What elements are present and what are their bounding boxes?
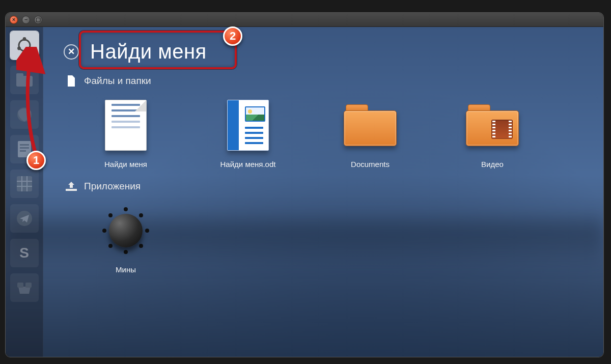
search-row: ✕ xyxy=(64,40,583,63)
window-minimize-button[interactable]: – xyxy=(22,16,30,24)
svg-rect-14 xyxy=(25,283,32,288)
window-close-button[interactable]: × xyxy=(10,16,18,24)
svg-point-2 xyxy=(17,47,21,50)
close-icon: ✕ xyxy=(68,46,75,57)
callout-number: 1 xyxy=(33,154,39,167)
skype-icon: S xyxy=(19,245,29,261)
result-label: Мины xyxy=(116,265,136,274)
section-apps: Приложения Мины xyxy=(64,181,583,274)
file-icon xyxy=(66,75,77,87)
svg-rect-5 xyxy=(16,73,23,77)
annotation-callout-2: 2 xyxy=(223,26,242,46)
section-apps-header[interactable]: Приложения xyxy=(64,181,583,192)
clear-search-button[interactable]: ✕ xyxy=(64,44,79,60)
window-maximize-button[interactable]: ▢ xyxy=(34,16,42,24)
callout-number: 2 xyxy=(230,30,236,43)
files-results: Найди меня Найди меня.odt xyxy=(64,92,583,169)
folder-icon xyxy=(16,73,33,87)
unity-dash-window: × – ▢ xyxy=(5,12,604,357)
svg-rect-8 xyxy=(20,144,29,146)
section-files-title: Файлы и папки xyxy=(84,75,151,87)
software-icon xyxy=(16,281,33,295)
result-label: Видео xyxy=(481,160,504,169)
apps-icon xyxy=(66,182,77,191)
spreadsheet-icon xyxy=(17,176,32,191)
launcher: S xyxy=(6,27,43,357)
content-area: S ✕ Файлы и папки xyxy=(6,27,603,357)
launcher-skype[interactable]: S xyxy=(10,239,39,267)
mines-app-icon xyxy=(99,204,152,257)
firefox-icon xyxy=(16,106,33,123)
odt-file-icon xyxy=(221,99,274,152)
section-files-header[interactable]: Файлы и папки xyxy=(64,75,583,87)
svg-rect-4 xyxy=(16,76,33,87)
result-label: Найди меня.odt xyxy=(220,160,276,169)
svg-rect-10 xyxy=(20,150,26,152)
svg-rect-13 xyxy=(17,283,23,288)
dash-search-input[interactable] xyxy=(88,40,583,63)
launcher-software[interactable] xyxy=(10,273,39,302)
text-file-icon xyxy=(99,99,152,152)
ubuntu-dash-icon xyxy=(16,37,33,54)
annotation-callout-1: 1 xyxy=(26,151,46,170)
telegram-icon xyxy=(16,210,33,227)
section-files: Файлы и папки Найди меня xyxy=(64,75,583,169)
section-apps-title: Приложения xyxy=(84,181,141,192)
titlebar: × – ▢ xyxy=(6,13,603,27)
launcher-telegram[interactable] xyxy=(10,204,39,233)
apps-results: Мины xyxy=(64,197,583,274)
svg-rect-11 xyxy=(17,176,32,191)
svg-rect-9 xyxy=(20,147,29,149)
dash: ✕ Файлы и папки Найди м xyxy=(43,27,603,357)
result-item[interactable]: Найди меня xyxy=(85,99,166,169)
result-item[interactable]: Documents xyxy=(329,99,411,169)
result-label: Documents xyxy=(351,160,390,169)
folder-icon xyxy=(344,99,397,152)
svg-point-1 xyxy=(22,37,26,41)
svg-rect-15 xyxy=(66,189,77,191)
launcher-files[interactable] xyxy=(10,66,39,94)
svg-point-3 xyxy=(28,47,32,50)
result-item[interactable]: Видео xyxy=(452,99,533,169)
launcher-firefox[interactable] xyxy=(10,100,39,129)
result-item[interactable]: Найди меня.odt xyxy=(207,99,289,169)
launcher-spreadsheet[interactable] xyxy=(10,170,39,198)
result-label: Найди меня xyxy=(104,160,147,169)
launcher-dash-home[interactable] xyxy=(10,31,39,60)
result-item[interactable]: Мины xyxy=(85,204,166,274)
video-folder-icon xyxy=(466,99,519,152)
